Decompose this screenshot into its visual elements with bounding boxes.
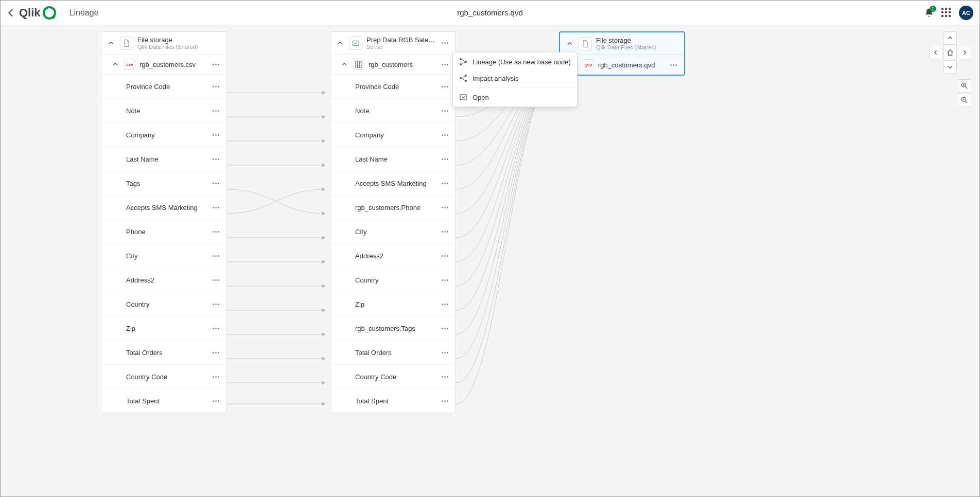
field-more-button[interactable] xyxy=(210,153,221,165)
zoom-out-button[interactable] xyxy=(958,94,971,107)
field-more-button[interactable] xyxy=(210,202,221,213)
field-more-button[interactable] xyxy=(439,298,450,310)
field-row[interactable]: Accepts SMS Marketing xyxy=(101,196,226,220)
field-row[interactable]: Country Code xyxy=(330,365,456,389)
field-row[interactable]: Company xyxy=(101,123,226,147)
field-more-button[interactable] xyxy=(210,226,221,237)
back-button[interactable] xyxy=(7,8,16,17)
zoom-in-button[interactable] xyxy=(958,79,971,93)
field-more-button[interactable] xyxy=(439,274,450,286)
field-more-button[interactable] xyxy=(439,250,450,261)
node-title: File storage xyxy=(596,37,679,44)
apps-launcher-button[interactable] xyxy=(941,8,952,18)
field-more-button[interactable] xyxy=(210,395,221,406)
field-row[interactable]: Company xyxy=(330,123,456,147)
field-more-button[interactable] xyxy=(210,274,221,286)
nav-left-button[interactable] xyxy=(929,46,942,59)
field-more-button[interactable] xyxy=(439,323,450,334)
field-row[interactable]: City xyxy=(330,220,456,244)
field-row[interactable]: Country xyxy=(330,268,456,292)
field-row[interactable]: Province Code xyxy=(101,75,226,99)
lineage-node-prep-data-app[interactable]: Prep Data RGB Sales A… Sense rgb_custome… xyxy=(330,31,456,413)
field-row[interactable]: Accepts SMS Marketing xyxy=(330,171,456,196)
field-label: Note xyxy=(355,107,439,115)
field-more-button[interactable] xyxy=(210,371,221,382)
collapse-toggle[interactable] xyxy=(336,39,345,48)
field-row[interactable]: Total Orders xyxy=(330,341,456,365)
field-more-button[interactable] xyxy=(210,81,221,92)
field-row[interactable]: Country Code xyxy=(101,365,226,389)
field-more-button[interactable] xyxy=(439,105,450,116)
field-more-button[interactable] xyxy=(439,347,450,358)
field-row[interactable]: rgb_customers.Phone xyxy=(330,196,456,220)
field-more-button[interactable] xyxy=(439,395,450,406)
field-row[interactable]: Address2 xyxy=(101,268,226,292)
more-menu-button[interactable] xyxy=(439,38,450,49)
user-avatar[interactable]: AC xyxy=(959,6,973,20)
field-row[interactable]: Note xyxy=(330,99,456,123)
field-row[interactable]: Address2 xyxy=(330,244,456,268)
field-label: Last Name xyxy=(126,155,210,163)
field-row[interactable]: City xyxy=(101,244,226,268)
more-menu-button[interactable] xyxy=(210,59,221,70)
svg-point-7 xyxy=(460,63,462,65)
context-lineage[interactable]: Lineage (Use as new base node) xyxy=(453,54,577,70)
field-more-button[interactable] xyxy=(210,250,221,261)
nav-home-button[interactable] xyxy=(943,46,957,59)
qlik-logo[interactable]: Qlik xyxy=(19,6,56,20)
field-more-button[interactable] xyxy=(439,81,450,92)
field-row[interactable]: Total Spent xyxy=(101,389,226,413)
node-header[interactable]: Prep Data RGB Sales A… Sense xyxy=(330,32,456,55)
field-more-button[interactable] xyxy=(439,153,450,165)
field-more-button[interactable] xyxy=(439,177,450,189)
field-more-button[interactable] xyxy=(210,323,221,334)
context-impact[interactable]: Impact analysis xyxy=(453,70,577,86)
field-row[interactable]: Country xyxy=(101,292,226,316)
field-more-button[interactable] xyxy=(439,371,450,382)
header-right: 1 AC xyxy=(924,6,973,20)
node-sub-header[interactable]: csv rgb_customers.csv xyxy=(101,55,226,75)
field-row[interactable]: rgb_customers.Tags xyxy=(330,316,456,341)
nav-up-button[interactable] xyxy=(943,31,957,45)
field-row[interactable]: Last Name xyxy=(330,147,456,171)
field-row[interactable]: Zip xyxy=(101,316,226,341)
lineage-canvas[interactable]: File storage Qlik Data Files (Shared) cs… xyxy=(1,25,979,496)
field-row[interactable]: Tags xyxy=(101,171,226,196)
field-row[interactable]: Province Code xyxy=(330,75,456,99)
lineage-node-file-storage-source[interactable]: File storage Qlik Data Files (Shared) cs… xyxy=(101,31,227,413)
node-header[interactable]: File storage Qlik Data Files (Shared) xyxy=(560,32,684,55)
notifications-button[interactable]: 1 xyxy=(924,8,934,18)
field-more-button[interactable] xyxy=(439,129,450,140)
field-more-button[interactable] xyxy=(210,129,221,140)
field-row[interactable]: Last Name xyxy=(101,147,226,171)
node-sub-header[interactable]: QVD rgb_customers.qvd xyxy=(560,55,684,75)
open-icon xyxy=(459,93,467,101)
field-more-button[interactable] xyxy=(210,347,221,358)
chevron-up-icon xyxy=(947,35,953,41)
more-menu-button[interactable] xyxy=(668,59,679,70)
field-row[interactable]: Total Orders xyxy=(101,341,226,365)
context-open[interactable]: Open xyxy=(453,89,577,105)
more-menu-button[interactable] xyxy=(439,59,450,70)
collapse-toggle[interactable] xyxy=(340,60,349,69)
field-row[interactable]: Note xyxy=(101,99,226,123)
field-more-button[interactable] xyxy=(210,105,221,116)
field-more-button[interactable] xyxy=(439,202,450,213)
field-more-button[interactable] xyxy=(439,226,450,237)
home-icon xyxy=(947,49,954,56)
nav-down-button[interactable] xyxy=(943,60,957,74)
field-row[interactable]: Phone xyxy=(101,220,226,244)
field-more-button[interactable] xyxy=(210,298,221,310)
field-more-button[interactable] xyxy=(210,177,221,189)
nav-right-button[interactable] xyxy=(958,46,971,59)
zoom-controls xyxy=(958,79,971,107)
node-header[interactable]: File storage Qlik Data Files (Shared) xyxy=(101,32,226,55)
field-row[interactable]: Zip xyxy=(330,292,456,316)
collapse-toggle[interactable] xyxy=(107,39,116,48)
collapse-toggle[interactable] xyxy=(111,60,120,69)
lineage-node-file-storage-target[interactable]: File storage Qlik Data Files (Shared) QV… xyxy=(559,31,685,76)
node-sub-header[interactable]: rgb_customers xyxy=(330,55,456,75)
collapse-toggle[interactable] xyxy=(565,39,574,48)
field-row[interactable]: Total Spent xyxy=(330,389,456,413)
context-item-label: Lineage (Use as new base node) xyxy=(472,58,571,66)
